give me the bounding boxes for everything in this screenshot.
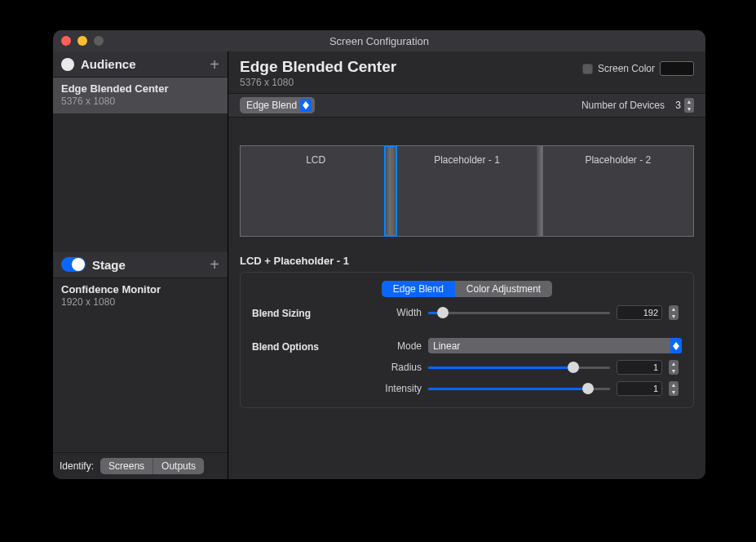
sidebar-item-sub: 5376 x 1080 (61, 96, 219, 107)
mode-popup[interactable]: Edge Blend (240, 97, 315, 113)
chevron-down-icon: ▼ (669, 313, 679, 320)
add-stage-button[interactable]: + (210, 256, 219, 273)
preview-screen-label: LCD (241, 154, 391, 166)
sidebar-item-confidence[interactable]: Confidence Monitor 1920 x 1080 (53, 278, 228, 314)
width-slider[interactable] (428, 312, 610, 314)
sidebar-header-audience: Audience + (53, 51, 228, 78)
window: Screen Configuration Audience + Edge Ble… (53, 30, 705, 479)
mode-label: Mode (373, 340, 422, 352)
intensity-label: Intensity (373, 383, 422, 394)
add-audience-button[interactable]: + (210, 56, 219, 73)
stage-toggle[interactable] (61, 257, 86, 272)
main-header: Edge Blended Center 5376 x 1080 Screen C… (228, 51, 705, 93)
intensity-stepper[interactable]: ▲ ▼ (669, 381, 679, 396)
page-subtitle: 5376 x 1080 (240, 77, 396, 88)
zoom-button[interactable] (94, 36, 104, 46)
chevron-up-icon: ▲ (669, 360, 679, 367)
blend-options-heading: Blend Options (252, 340, 366, 353)
page-title: Edge Blended Center (240, 58, 396, 76)
sidebar-item-title: Edge Blended Center (61, 82, 219, 95)
traffic-lights (61, 36, 104, 46)
main-toolbar: Edge Blend Number of Devices 3 ▲ ▼ (228, 93, 705, 118)
selection-title: LCD + Placeholder - 1 (228, 251, 705, 272)
width-label: Width (373, 307, 422, 318)
minimize-button[interactable] (77, 36, 87, 46)
screen-color-checkbox[interactable] (582, 64, 593, 74)
preview-screen-label: Placeholder - 2 (543, 154, 693, 166)
chevron-down-icon: ▼ (669, 367, 679, 375)
main-pane: Edge Blended Center 5376 x 1080 Screen C… (228, 51, 705, 479)
identify-bar: Identify: Screens Outputs (53, 452, 228, 479)
intensity-field[interactable] (617, 381, 662, 396)
chevron-up-icon: ▲ (669, 305, 679, 313)
blend-region-selected[interactable] (385, 146, 396, 236)
stage-label: Stage (92, 258, 210, 272)
sidebar-spacer-stage (53, 314, 228, 453)
screen-layout-preview: LCD Placeholder - 1 Placeholder - 2 (240, 145, 694, 237)
sidebar-spacer-audience (53, 113, 228, 252)
audience-icon (61, 58, 74, 71)
blend-tab-segment: Edge Blend Color Adjustment (382, 281, 552, 297)
tab-color-adjustment[interactable]: Color Adjustment (455, 281, 552, 297)
preview-screen-lcd[interactable]: LCD (241, 146, 391, 236)
identify-screens-button[interactable]: Screens (100, 458, 153, 474)
chevron-up-icon: ▲ (669, 381, 679, 389)
radius-stepper[interactable]: ▲ ▼ (669, 360, 679, 375)
blend-form: Blend Sizing Width ▲ ▼ Blend Options Mod… (252, 305, 682, 396)
sidebar-header-stage: Stage + (53, 252, 228, 278)
devices-stepper-arrows[interactable]: ▲ ▼ (684, 98, 694, 113)
radius-field[interactable] (617, 360, 662, 375)
screen-color-swatch[interactable] (660, 61, 694, 76)
blend-panel: Edge Blend Color Adjustment Blend Sizing… (240, 272, 694, 408)
preview-area: LCD Placeholder - 1 Placeholder - 2 (228, 118, 705, 251)
popup-arrows-icon (300, 99, 312, 112)
identify-outputs-button[interactable]: Outputs (153, 458, 204, 474)
tab-edge-blend[interactable]: Edge Blend (382, 281, 455, 297)
mode-popup-label: Edge Blend (246, 100, 297, 111)
main-header-left: Edge Blended Center 5376 x 1080 (240, 58, 396, 88)
screen-color-label: Screen Color (598, 63, 655, 74)
toolbar-right: Number of Devices 3 ▲ ▼ (581, 98, 694, 113)
chevron-down-icon: ▼ (669, 389, 679, 396)
audience-label: Audience (81, 57, 210, 71)
sidebar-item-sub: 1920 x 1080 (61, 296, 219, 308)
devices-value: 3 (670, 100, 681, 111)
identify-segment: Screens Outputs (100, 458, 204, 474)
titlebar: Screen Configuration (53, 30, 705, 51)
window-title: Screen Configuration (53, 35, 705, 47)
devices-stepper: 3 ▲ ▼ (670, 98, 694, 113)
chevron-down-icon: ▼ (684, 105, 694, 113)
popup-arrows-icon (670, 338, 682, 353)
blend-tab-row: Edge Blend Color Adjustment (252, 281, 682, 297)
sidebar-item-title: Confidence Monitor (61, 283, 219, 295)
devices-label: Number of Devices (581, 100, 665, 111)
blend-sizing-heading: Blend Sizing (252, 306, 366, 319)
preview-screen-placeholder-2[interactable]: Placeholder - 2 (543, 146, 693, 236)
radius-label: Radius (373, 362, 422, 373)
identify-label: Identify: (60, 460, 94, 472)
width-field[interactable] (617, 305, 662, 320)
sidebar: Audience + Edge Blended Center 5376 x 10… (53, 51, 228, 479)
screen-color-group: Screen Color (582, 61, 694, 76)
mode-select[interactable]: Linear (428, 338, 682, 353)
close-button[interactable] (61, 36, 71, 46)
preview-screen-placeholder-1[interactable]: Placeholder - 1 (391, 146, 542, 236)
width-stepper[interactable]: ▲ ▼ (669, 305, 679, 320)
window-body: Audience + Edge Blended Center 5376 x 10… (53, 51, 705, 479)
radius-slider[interactable] (428, 367, 610, 369)
intensity-slider[interactable] (428, 388, 610, 390)
chevron-up-icon: ▲ (684, 98, 694, 105)
preview-screen-label: Placeholder - 1 (391, 154, 542, 166)
sidebar-item-edge-blended[interactable]: Edge Blended Center 5376 x 1080 (53, 78, 228, 113)
mode-select-value: Linear (428, 338, 670, 353)
